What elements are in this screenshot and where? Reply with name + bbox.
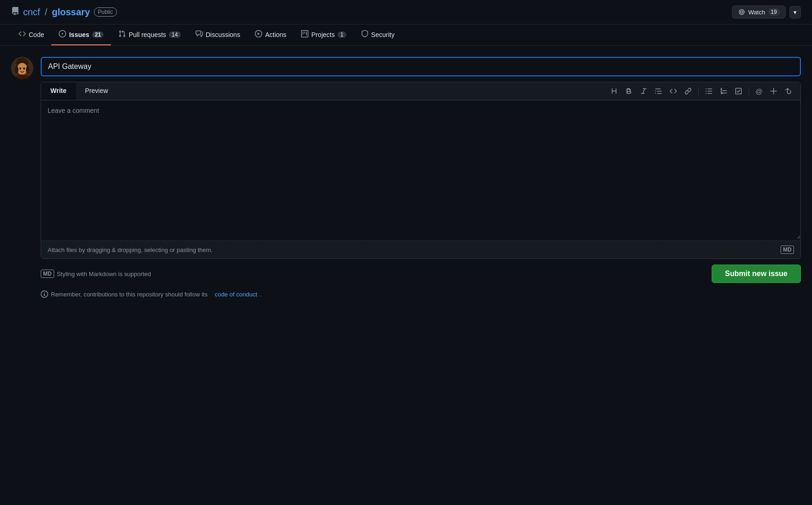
issue-title-input[interactable] bbox=[41, 57, 801, 76]
heading-button[interactable] bbox=[608, 86, 621, 97]
task-list-button[interactable] bbox=[732, 86, 745, 97]
editor-tools: @ bbox=[602, 84, 800, 99]
repo-header: cncf / glossary Public Watch 19 ▾ bbox=[0, 0, 812, 25]
tool-separator-1 bbox=[698, 87, 699, 95]
conduct-notice: Remember, contributions to this reposito… bbox=[41, 290, 801, 298]
numbered-list-button[interactable] bbox=[717, 86, 730, 97]
main-content: Write Preview bbox=[0, 46, 812, 309]
bullet-list-button[interactable] bbox=[702, 86, 715, 97]
tool-separator-2 bbox=[749, 87, 749, 95]
tab-projects[interactable]: Projects 1 bbox=[294, 25, 353, 45]
issues-icon bbox=[59, 30, 66, 39]
undo-button[interactable] bbox=[782, 86, 795, 97]
editor-tabs: Write Preview bbox=[41, 82, 117, 100]
discussions-icon bbox=[196, 30, 203, 39]
watch-button[interactable]: Watch 19 bbox=[732, 6, 786, 18]
conduct-end: . bbox=[260, 291, 262, 298]
projects-icon bbox=[301, 30, 308, 39]
svg-point-7 bbox=[19, 68, 21, 70]
conduct-text: Remember, contributions to this reposito… bbox=[51, 291, 208, 298]
pull-requests-badge: 14 bbox=[169, 31, 180, 38]
svg-point-3 bbox=[17, 63, 27, 75]
code-icon bbox=[18, 30, 26, 39]
nav-tabs: Code Issues 21 Pull requests 14 Discussi… bbox=[0, 25, 812, 46]
quote-button[interactable] bbox=[652, 86, 665, 97]
visibility-badge: Public bbox=[94, 7, 117, 17]
tab-actions[interactable]: Actions bbox=[247, 25, 294, 45]
form-footer: MD Styling with Markdown is supported Su… bbox=[41, 265, 801, 283]
submit-issue-button[interactable]: Submit new issue bbox=[712, 265, 801, 283]
editor-toolbar: Write Preview bbox=[41, 82, 800, 100]
tab-actions-label: Actions bbox=[265, 31, 286, 38]
tab-security-label: Security bbox=[371, 31, 395, 38]
write-tab[interactable]: Write bbox=[41, 82, 76, 100]
markdown-hint-text: Styling with Markdown is supported bbox=[57, 271, 151, 277]
actions-icon bbox=[255, 30, 262, 39]
pull-request-icon bbox=[118, 30, 126, 39]
markdown-icon-footer: MD bbox=[41, 270, 54, 278]
tab-discussions[interactable]: Discussions bbox=[188, 25, 248, 45]
repo-owner-link[interactable]: cncf bbox=[23, 7, 40, 18]
repo-title: cncf / glossary Public bbox=[11, 7, 117, 18]
svg-point-5 bbox=[15, 66, 18, 74]
repo-slash: / bbox=[45, 7, 48, 18]
repo-name-link[interactable]: glossary bbox=[52, 7, 90, 18]
comment-textarea[interactable] bbox=[41, 100, 800, 239]
editor-container: Write Preview bbox=[41, 82, 801, 259]
watch-label: Watch bbox=[748, 9, 765, 16]
tab-discussions-label: Discussions bbox=[206, 31, 240, 38]
editor-body bbox=[41, 100, 800, 240]
watch-count: 19 bbox=[768, 8, 780, 16]
avatar bbox=[11, 57, 33, 79]
markdown-icon-attach: MD bbox=[781, 246, 794, 254]
link-button[interactable] bbox=[682, 86, 695, 97]
bold-button[interactable] bbox=[622, 86, 635, 97]
mention-button[interactable]: @ bbox=[753, 86, 765, 97]
tab-code-label: Code bbox=[29, 31, 44, 38]
svg-point-6 bbox=[26, 66, 30, 74]
security-icon bbox=[361, 30, 369, 39]
tab-issues-label: Issues bbox=[69, 31, 89, 38]
issue-form: Write Preview bbox=[41, 57, 801, 283]
conduct-link[interactable]: code of conduct bbox=[215, 291, 258, 298]
italic-button[interactable] bbox=[637, 86, 650, 97]
tab-pull-requests-label: Pull requests bbox=[129, 31, 166, 38]
reference-button[interactable] bbox=[767, 86, 780, 97]
repo-icon bbox=[11, 7, 19, 18]
attach-text: Attach files by dragging & dropping, sel… bbox=[48, 246, 213, 253]
issue-form-row: Write Preview bbox=[11, 57, 801, 283]
tab-pull-requests[interactable]: Pull requests 14 bbox=[111, 25, 188, 45]
projects-badge: 1 bbox=[338, 31, 346, 38]
markdown-hint: MD Styling with Markdown is supported bbox=[41, 270, 151, 278]
preview-tab[interactable]: Preview bbox=[76, 82, 117, 100]
tab-issues[interactable]: Issues 21 bbox=[51, 25, 111, 45]
code-button[interactable] bbox=[667, 86, 680, 97]
header-actions: Watch 19 ▾ bbox=[732, 6, 801, 18]
svg-point-8 bbox=[23, 68, 25, 70]
tab-code[interactable]: Code bbox=[11, 25, 51, 45]
attach-bar: Attach files by dragging & dropping, sel… bbox=[41, 240, 800, 259]
tab-projects-label: Projects bbox=[311, 31, 335, 38]
issues-badge: 21 bbox=[92, 31, 104, 38]
tab-security[interactable]: Security bbox=[354, 25, 402, 45]
watch-dropdown-button[interactable]: ▾ bbox=[789, 6, 801, 18]
